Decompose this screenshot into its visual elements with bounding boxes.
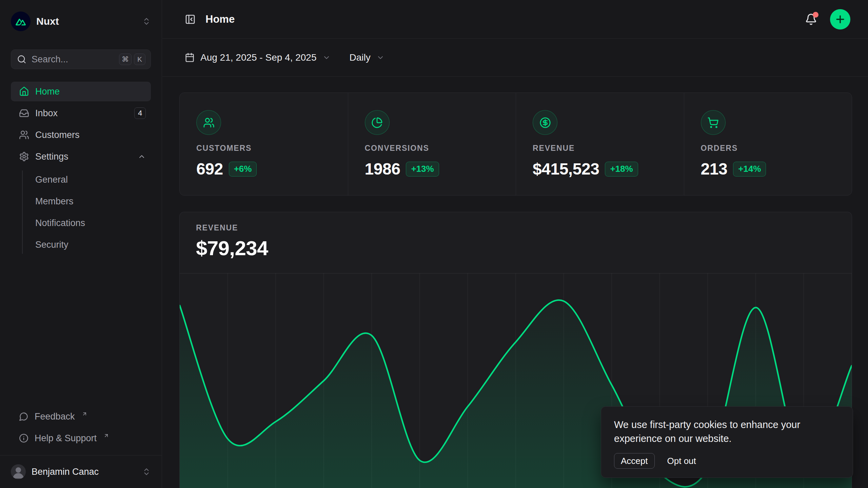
stat-orders[interactable]: ORDERS 213 +14%	[684, 93, 852, 195]
accept-button[interactable]: Accept	[614, 453, 655, 469]
chevron-down-icon	[322, 54, 331, 62]
settings-submenu: General Members Notifications Security	[11, 170, 151, 256]
stat-value: 692	[196, 160, 223, 178]
sidebar-item-label: Home	[35, 86, 60, 97]
sidebar-item-label: Customers	[35, 130, 80, 140]
stat-delta-badge: +6%	[229, 162, 257, 177]
stat-revenue[interactable]: REVENUE $415,523 +18%	[516, 93, 684, 195]
pie-chart-icon	[365, 110, 390, 135]
opt-out-button[interactable]: Opt out	[667, 456, 696, 466]
search-input[interactable]: Search... ⌘ K	[11, 49, 151, 69]
help-support-link[interactable]: Help & Support	[11, 429, 151, 448]
sidebar-item-settings[interactable]: Settings	[11, 147, 151, 166]
user-name: Benjamin Canac	[32, 467, 99, 477]
shopping-cart-icon	[701, 110, 726, 135]
user-menu[interactable]: Benjamin Canac	[0, 455, 162, 488]
chevron-down-icon	[376, 54, 384, 62]
stat-label: REVENUE	[533, 144, 684, 153]
stat-value: $415,523	[533, 160, 599, 178]
external-link-icon	[82, 411, 87, 417]
dashboard-app: Nuxt Search... ⌘ K	[0, 0, 868, 488]
calendar-icon	[185, 53, 195, 62]
sub-item-label: General	[35, 175, 68, 185]
cookie-actions: Accept Opt out	[614, 453, 840, 469]
sidebar-item-notifications[interactable]: Notifications	[11, 213, 151, 233]
avatar	[11, 464, 26, 479]
sub-item-label: Security	[35, 240, 68, 250]
external-link-icon	[103, 433, 109, 439]
stat-delta-badge: +13%	[406, 162, 439, 177]
sidebar-top: Nuxt Search... ⌘ K	[0, 0, 162, 455]
notifications-button[interactable]	[805, 13, 817, 25]
footer-link-label: Help & Support	[35, 433, 97, 444]
stat-delta-badge: +18%	[605, 162, 638, 177]
stats-card: CUSTOMERS 692 +6% CONVERSIONS 1986 +13%	[179, 93, 852, 196]
search-placeholder: Search...	[32, 54, 68, 65]
inbox-icon	[19, 108, 29, 118]
stat-label: ORDERS	[701, 144, 852, 153]
revenue-chart-label: REVENUE	[196, 223, 852, 232]
sidebar-item-label: Settings	[35, 151, 68, 162]
search-shortcut: ⌘ K	[119, 54, 145, 65]
footer-link-label: Feedback	[35, 411, 75, 422]
toolbar: Aug 21, 2025 - Sep 4, 2025 Daily	[162, 39, 868, 77]
sidebar-footer-links: Feedback Help & Support	[11, 407, 151, 455]
sidebar-item-security[interactable]: Security	[11, 235, 151, 255]
notification-dot	[813, 12, 818, 18]
feedback-link[interactable]: Feedback	[11, 407, 151, 426]
period-select[interactable]: Daily	[350, 52, 384, 63]
date-range-label: Aug 21, 2025 - Sep 4, 2025	[200, 52, 317, 63]
nuxt-logo	[11, 12, 31, 31]
sidebar-item-label: Inbox	[35, 108, 58, 119]
page-title: Home	[205, 13, 235, 25]
cookie-message: We use first-party cookies to enhance yo…	[614, 418, 817, 446]
chevron-up-icon	[138, 152, 146, 161]
stat-label: CONVERSIONS	[365, 144, 516, 153]
chevrons-up-down-icon	[142, 467, 151, 476]
cookie-banner: We use first-party cookies to enhance yo…	[601, 406, 853, 478]
revenue-chart-value: $79,234	[196, 237, 852, 260]
kbd-cmd: ⌘	[119, 54, 132, 65]
sidebar-item-general[interactable]: General	[11, 170, 151, 189]
sidebar-item-customers[interactable]: Customers	[11, 125, 151, 145]
sidebar-collapse-icon[interactable]	[185, 14, 196, 25]
sidebar: Nuxt Search... ⌘ K	[0, 0, 162, 488]
home-icon	[19, 86, 29, 97]
topbar: Home	[162, 0, 868, 39]
topbar-actions	[805, 9, 850, 29]
users-icon	[196, 110, 221, 135]
date-range-button[interactable]: Aug 21, 2025 - Sep 4, 2025	[185, 52, 331, 63]
submenu-guide-line	[22, 170, 23, 254]
circle-dollar-icon	[533, 110, 557, 135]
chevrons-up-down-icon	[142, 17, 151, 26]
stat-customers[interactable]: CUSTOMERS 692 +6%	[180, 93, 348, 195]
sub-item-label: Members	[35, 196, 74, 207]
sidebar-item-members[interactable]: Members	[11, 191, 151, 211]
period-label: Daily	[350, 52, 371, 63]
plus-icon	[834, 14, 846, 25]
stat-label: CUSTOMERS	[196, 144, 348, 153]
sub-item-label: Notifications	[35, 218, 85, 228]
stat-value: 1986	[365, 160, 400, 178]
stat-value: 213	[701, 160, 728, 178]
info-icon	[19, 433, 28, 443]
workspace-selector[interactable]: Nuxt	[11, 11, 151, 32]
users-icon	[19, 130, 29, 140]
search-icon	[17, 55, 26, 64]
gear-icon	[19, 151, 29, 162]
kbd-k: K	[134, 54, 145, 65]
revenue-chart-header: REVENUE $79,234	[180, 212, 852, 260]
add-button[interactable]	[830, 9, 850, 29]
message-bubble-icon	[19, 412, 28, 421]
inbox-count-badge: 4	[134, 107, 146, 119]
stat-delta-badge: +14%	[733, 162, 766, 177]
sidebar-item-inbox[interactable]: Inbox 4	[11, 103, 151, 123]
workspace-name: Nuxt	[36, 16, 59, 27]
sidebar-item-home[interactable]: Home	[11, 82, 151, 101]
sidebar-nav: Home Inbox 4 Customers	[11, 82, 151, 256]
stat-conversions[interactable]: CONVERSIONS 1986 +13%	[348, 93, 516, 195]
